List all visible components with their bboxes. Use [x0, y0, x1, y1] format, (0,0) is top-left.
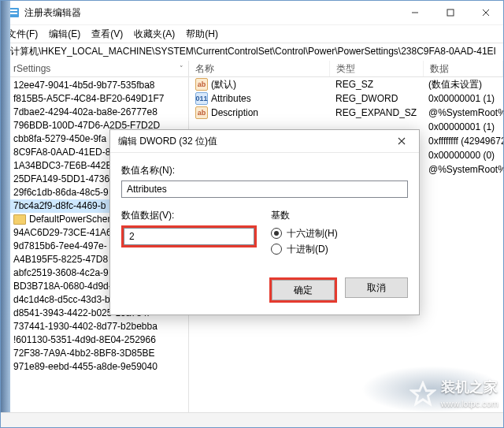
value-name-label: 数值名称(N): [121, 164, 408, 177]
maximize-button[interactable] [432, 1, 468, 24]
statusbar [1, 412, 503, 427]
svg-rect-1 [9, 9, 17, 11]
cancel-button[interactable]: 取消 [345, 277, 408, 298]
col-data[interactable]: 数据 [424, 61, 503, 76]
tree-item-label: A4B195F5-8225-47D8 [13, 253, 108, 266]
binary-value-icon: 011 [195, 92, 208, 105]
tree-item-label: cbb8fa-5279-450e-9fa [13, 132, 106, 146]
value-data-highlight [121, 225, 257, 247]
dialog-close-button[interactable] [391, 134, 413, 148]
ok-button[interactable]: 确定 [272, 280, 335, 300]
close-button[interactable] [468, 1, 503, 24]
menu-view[interactable]: 查看(V) [91, 28, 123, 41]
value-data: @%SystemRoot%\ [422, 164, 503, 175]
svg-rect-2 [9, 13, 17, 14]
value-data: (数值未设置) [422, 78, 503, 91]
sort-arrow: ˅ [180, 61, 183, 76]
edit-dword-dialog: 编辑 DWORD (32 位)值 数值名称(N): 数值数据(V): 基数 [109, 129, 420, 315]
tree-item-label: 9d7815b6-7ee4-497e- [13, 240, 107, 253]
tree-item[interactable]: 971e89-eebd-4455-a8de-9e59040 [10, 360, 188, 374]
string-value-icon: ab [195, 78, 208, 91]
radio-hex-icon [271, 228, 282, 239]
tree-item-label: 1A34BDC3-7E6B-442E [13, 159, 112, 173]
tree-item-label: 8C9FA8-0AAD-41ED-83 [13, 146, 116, 159]
value-name: Description [211, 107, 258, 118]
svg-rect-4 [447, 9, 454, 16]
minimize-button[interactable] [397, 1, 432, 24]
col-type[interactable]: 类型 [330, 61, 424, 76]
star-icon [410, 381, 436, 410]
tree-item[interactable]: f815B5-A5CF-4C84-BF20-649D1F7 [10, 92, 188, 106]
tree-item-label: BD3B718A-0680-4d9d- [13, 280, 112, 293]
tree-item-label: 29f6c1db-86da-48c5-9 [13, 186, 109, 199]
app-title: 注册表编辑器 [24, 6, 81, 20]
tree-item[interactable]: 7dbae2-4294-402a-ba8e-26777e8 [10, 106, 188, 119]
tree-item[interactable]: 12ee47-9041-4b5d-9b77-535fba8 [10, 79, 188, 92]
tree-item-label: !601130-5351-4d9d-8E04-252966 [13, 333, 156, 347]
tree-item-label: 12ee47-9041-4b5d-9b77-535fba8 [13, 79, 155, 92]
value-row[interactable]: ab(默认)REG_SZ(数值未设置) [189, 77, 503, 91]
value-data: 0x00000000 (0) [422, 150, 503, 161]
value-name: (默认) [211, 78, 236, 91]
tree-item-label: f815B5-A5CF-4C84-BF20-649D1F7 [13, 92, 164, 106]
value-name: Attributes [211, 93, 251, 104]
tree-item-label: 7dbae2-4294-402a-ba8e-26777e8 [13, 106, 158, 119]
value-data-label: 数值数据(V): [121, 209, 257, 222]
tree-item-label: 94AC6D29-73CE-41A6 [13, 226, 112, 240]
tree-item-label: DefaultPowerSchem [29, 213, 115, 226]
tree-item-label: 72F38-7A9A-4bb2-8BF8-3D85BE [13, 347, 154, 360]
menubar: 文件(F) 编辑(E) 查看(V) 收藏夹(A) 帮助(H) [1, 25, 503, 43]
menu-file[interactable]: 文件(F) [7, 28, 38, 41]
tree-item-label: 737441-1930-4402-8d77-b2bebba [13, 320, 158, 333]
value-row[interactable]: 011AttributesREG_DWORD0x00000001 (1) [189, 91, 503, 106]
tree-item-label: 971e89-eebd-4455-a8de-9e59040 [13, 360, 158, 374]
watermark-url: www.lotpc.com [441, 399, 498, 408]
value-data: 0x00000001 (1) [422, 93, 503, 104]
value-type: REG_DWORD [329, 93, 422, 104]
radio-hex[interactable]: 十六进制(H) [271, 225, 408, 241]
address-bar[interactable]: 计算机\HKEY_LOCAL_MACHINE\SYSTEM\CurrentCon… [1, 43, 503, 61]
menu-help[interactable]: 帮助(H) [186, 28, 218, 41]
tree-item-label: abfc2519-3608-4c2a-9 [13, 266, 109, 280]
value-type: REG_SZ [329, 79, 422, 90]
tree-item[interactable]: !601130-5351-4d9d-8E04-252966 [10, 333, 188, 347]
value-data-field[interactable] [124, 228, 254, 245]
dialog-title: 编辑 DWORD (32 位)值 [118, 135, 217, 148]
app-icon [7, 6, 20, 19]
watermark-brand: 装机之家 [441, 379, 498, 395]
value-data: 0x00000001 (1) [422, 121, 503, 132]
watermark: 装机之家 www.lotpc.com [410, 380, 498, 410]
menu-fav[interactable]: 收藏夹(A) [134, 28, 175, 41]
base-label: 基数 [271, 209, 408, 222]
tree-item[interactable]: 737441-1930-4402-8d77-b2bebba [10, 320, 188, 333]
svg-marker-9 [411, 382, 433, 404]
list-header[interactable]: 名称 类型 数据 [189, 61, 503, 77]
ok-highlight: 确定 [269, 277, 337, 303]
value-type: REG_EXPAND_SZ [329, 107, 422, 118]
col-name[interactable]: 名称 [189, 61, 330, 76]
value-data: 0xffffffff (4294967295 [422, 136, 503, 147]
radio-dec[interactable]: 十进制(D) [271, 241, 408, 257]
radio-dec-icon [271, 244, 282, 255]
menu-edit[interactable]: 编辑(E) [49, 28, 80, 41]
value-data: @%SystemRoot%\ [422, 107, 503, 118]
folder-icon [13, 214, 26, 225]
value-row[interactable]: abDescriptionREG_EXPAND_SZ@%SystemRoot%\ [189, 106, 503, 120]
tree-header[interactable]: rSettings ˅ [10, 61, 188, 77]
tree-item[interactable]: 72F38-7A9A-4bb2-8BF8-3D85BE [10, 347, 188, 360]
value-name-field[interactable] [121, 181, 408, 198]
string-value-icon: ab [195, 106, 208, 119]
tree-item-label: 7bc4a2f9-d8fc-4469-b [13, 199, 106, 213]
tree-item-label: 25DFA149-5DD1-4736 [13, 173, 109, 186]
titlebar: 注册表编辑器 [1, 1, 503, 25]
